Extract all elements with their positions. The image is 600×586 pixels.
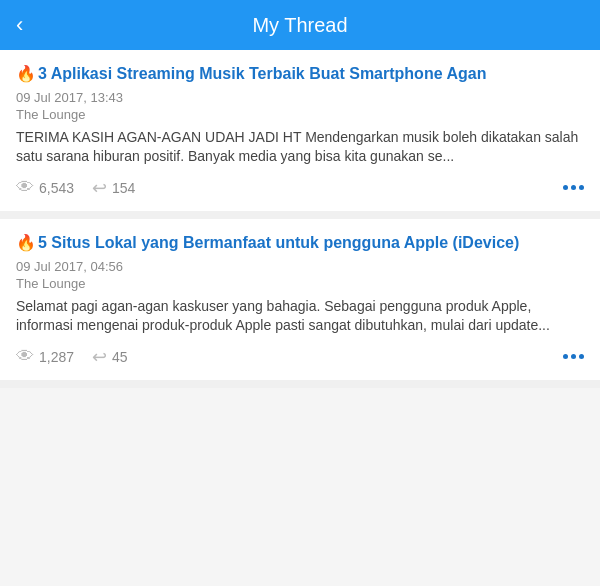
thread-list: 🔥3 Aplikasi Streaming Musik Terbaik Buat… bbox=[0, 50, 600, 388]
view-count: 6,543 bbox=[39, 180, 74, 196]
thread-stats-left: 👁 1,287 ↩ 45 bbox=[16, 346, 128, 368]
reply-stat: ↩ 45 bbox=[92, 346, 128, 368]
view-stat: 👁 1,287 bbox=[16, 346, 74, 367]
thread-preview: TERIMA KASIH AGAN-AGAN UDAH JADI HT Mend… bbox=[16, 128, 584, 167]
reply-count: 154 bbox=[112, 180, 135, 196]
thread-category: The Lounge bbox=[16, 107, 584, 122]
header-title: My Thread bbox=[252, 14, 347, 37]
thread-item[interactable]: 🔥3 Aplikasi Streaming Musik Terbaik Buat… bbox=[0, 50, 600, 219]
app-header: ‹ My Thread bbox=[0, 0, 600, 50]
eye-icon: 👁 bbox=[16, 177, 34, 198]
more-button[interactable] bbox=[563, 354, 584, 359]
more-button[interactable] bbox=[563, 185, 584, 190]
eye-icon: 👁 bbox=[16, 346, 34, 367]
reply-stat: ↩ 154 bbox=[92, 177, 135, 199]
thread-stats-left: 👁 6,543 ↩ 154 bbox=[16, 177, 135, 199]
thread-date: 09 Jul 2017, 13:43 bbox=[16, 90, 584, 105]
fire-icon: 🔥 bbox=[16, 65, 36, 82]
reply-count: 45 bbox=[112, 349, 128, 365]
fire-icon: 🔥 bbox=[16, 234, 36, 251]
reply-icon: ↩ bbox=[92, 346, 107, 368]
thread-title[interactable]: 🔥5 Situs Lokal yang Bermanfaat untuk pen… bbox=[16, 233, 584, 254]
thread-stats: 👁 1,287 ↩ 45 bbox=[16, 346, 584, 368]
reply-icon: ↩ bbox=[92, 177, 107, 199]
thread-stats: 👁 6,543 ↩ 154 bbox=[16, 177, 584, 199]
thread-date: 09 Jul 2017, 04:56 bbox=[16, 259, 584, 274]
thread-item[interactable]: 🔥5 Situs Lokal yang Bermanfaat untuk pen… bbox=[0, 219, 600, 388]
thread-title[interactable]: 🔥3 Aplikasi Streaming Musik Terbaik Buat… bbox=[16, 64, 584, 85]
thread-category: The Lounge bbox=[16, 276, 584, 291]
view-count: 1,287 bbox=[39, 349, 74, 365]
thread-preview: Selamat pagi agan-agan kaskuser yang bah… bbox=[16, 297, 584, 336]
back-button[interactable]: ‹ bbox=[16, 12, 23, 38]
view-stat: 👁 6,543 bbox=[16, 177, 74, 198]
